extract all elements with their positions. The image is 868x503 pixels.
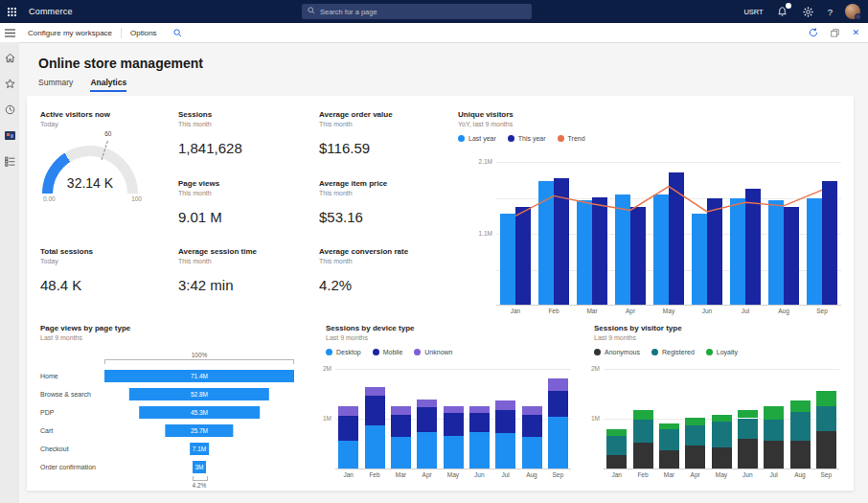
- recent-clock-icon[interactable]: [4, 103, 15, 115]
- command-bar: Configure my workspace Options ✕: [0, 23, 868, 43]
- page-search-icon[interactable]: [173, 29, 182, 37]
- chart-subtitle: YoY, last 9 months: [458, 121, 851, 127]
- chart-x-axis-labels: JanFebMarAprMayJunJulAugSep: [335, 471, 571, 478]
- legend-dot-icon: [458, 135, 465, 142]
- kpi-active-visitors: Active visitors now Today 60 32.14 K 0.0…: [40, 110, 174, 203]
- user-avatar[interactable]: [845, 4, 860, 19]
- top-bar-actions: USRT ?: [743, 0, 860, 23]
- kpi-page-views: Page views This month 9.01 M: [178, 179, 312, 225]
- funnel-bar: 45.3M: [139, 406, 260, 419]
- legend-item: Loyalty: [706, 349, 738, 355]
- global-search-input[interactable]: Search for a page: [302, 4, 532, 19]
- sessions-by-device-chart: Sessions by device type Last 9 months De…: [326, 324, 581, 487]
- tab-analytics[interactable]: Analytics: [90, 78, 126, 92]
- environment-label[interactable]: USRT: [743, 8, 763, 16]
- kpi-sessions: Sessions This month 1,841,628: [178, 110, 312, 156]
- chart-legend: Last yearThis yearTrend: [458, 135, 585, 142]
- kpi-value: $53.16: [319, 209, 453, 225]
- funnel-row: Checkout7.1M: [40, 443, 318, 455]
- kpi-average-item-price: Average item price This month $53.16: [319, 179, 453, 225]
- legend-dot-icon: [558, 135, 564, 142]
- legend-dot-icon: [651, 349, 658, 355]
- hamburger-menu-icon[interactable]: [0, 23, 19, 42]
- legend-item: Mobile: [373, 349, 403, 355]
- chart-title: Sessions by device type: [326, 324, 581, 332]
- gauge-value: 32.14 K: [40, 175, 140, 191]
- favorites-star-icon[interactable]: [4, 78, 15, 89]
- funnel-row: Order confirmation3M: [40, 461, 318, 473]
- kpi-average-session-time: Average session time This month 3:42 min: [178, 247, 312, 293]
- legend-dot-icon: [326, 349, 332, 355]
- tab-summary[interactable]: Summary: [38, 78, 73, 92]
- tasks-list-icon[interactable]: [4, 155, 15, 167]
- kpi-value: 9.01 M: [178, 209, 312, 225]
- funnel-row: Home71.4M: [40, 370, 318, 382]
- legend-item: Anonymous: [594, 349, 640, 355]
- gauge-min-label: 0.00: [43, 195, 56, 202]
- funnel-row: Cart25.7M: [40, 424, 318, 437]
- chart-legend: DesktopMobileUnknown: [326, 349, 453, 355]
- funnel-bar: 25.7M: [165, 424, 233, 437]
- kpi-value: 4.2%: [319, 277, 453, 293]
- window-controls: ✕: [809, 28, 868, 37]
- commerce-dashboard: Commerce Search for a page USRT ? Config…: [0, 0, 868, 503]
- funnel-body: 100%Home71.4MBrowse & search52.8MPDP45.3…: [40, 352, 318, 489]
- side-nav: [0, 42, 19, 503]
- kpi-total-sessions: Total sessions Today 48.4 K: [40, 247, 174, 293]
- funnel-bar: 7.1M: [190, 443, 209, 455]
- legend-dot-icon: [594, 349, 601, 355]
- gauge-max-label: 100: [131, 195, 142, 202]
- funnel-row: PDP45.3M: [40, 406, 318, 419]
- kpi-value: 48.4 K: [40, 277, 174, 293]
- chart-legend: AnonymousRegisteredLoyalty: [594, 349, 738, 355]
- tab-bar: Summary Analytics: [38, 78, 126, 92]
- search-placeholder: Search for a page: [320, 8, 377, 16]
- search-icon: [308, 7, 315, 16]
- chart-title: Page views by page type: [40, 324, 318, 332]
- app-top-bar: Commerce Search for a page USRT ?: [0, 0, 868, 23]
- kpi-average-conversion-rate: Average conversion rate This month 4.2%: [319, 247, 453, 293]
- workspace-icon[interactable]: [4, 129, 15, 141]
- funnel-bar: 3M: [193, 461, 206, 473]
- chart-title: Unique visitors: [458, 110, 851, 119]
- notification-badge: [786, 3, 791, 9]
- funnel-bar: 71.4M: [104, 370, 294, 382]
- kpi-average-order-value: Average order value This month $116.59: [319, 110, 453, 156]
- restore-window-icon[interactable]: [831, 29, 839, 37]
- kpi-value: 1,841,628: [178, 140, 312, 156]
- kpi-value: $116.59: [319, 140, 453, 156]
- chart-subtitle: Last 9 months: [40, 334, 318, 341]
- chart-x-axis-labels: JanFebMarAprMayJunJulAugSep: [604, 471, 839, 478]
- legend-dot-icon: [508, 135, 514, 142]
- legend-item: This year: [508, 135, 546, 142]
- active-visitors-gauge: 60 32.14 K 0.00 100: [40, 138, 140, 203]
- chart-plot-area: 1M2M: [604, 361, 839, 469]
- page-views-funnel-chart: Page views by page type Last 9 months 10…: [40, 324, 318, 487]
- waffle-menu-icon[interactable]: [0, 0, 23, 23]
- sessions-by-visitor-chart: Sessions by visitor type Last 9 months A…: [594, 324, 853, 487]
- refresh-icon[interactable]: [809, 28, 818, 37]
- close-window-icon[interactable]: ✕: [852, 28, 859, 37]
- app-name: Commerce: [29, 7, 73, 16]
- cmd-options[interactable]: Options: [122, 29, 166, 37]
- legend-dot-icon: [706, 349, 713, 355]
- legend-dot-icon: [373, 349, 379, 355]
- funnel-row: Browse & search52.8M: [40, 388, 318, 400]
- legend-dot-icon: [414, 349, 421, 355]
- legend-item: Unknown: [414, 349, 452, 355]
- gauge-target-label: 60: [104, 130, 111, 137]
- notifications-bell-icon[interactable]: [776, 5, 789, 18]
- chart-subtitle: Last 9 months: [326, 334, 581, 341]
- page-title: Online store management: [38, 56, 203, 71]
- legend-item: Last year: [458, 135, 496, 142]
- cmd-configure-workspace[interactable]: Configure my workspace: [19, 29, 121, 37]
- funnel-bar: 52.8M: [129, 388, 269, 400]
- analytics-card: Active visitors now Today 60 32.14 K 0.0…: [27, 96, 854, 491]
- help-icon[interactable]: ?: [828, 7, 833, 17]
- settings-gear-icon[interactable]: [802, 5, 815, 18]
- chart-plot-area: 1.1M2.1M: [496, 151, 841, 306]
- home-icon[interactable]: [4, 52, 15, 63]
- legend-item: Desktop: [326, 349, 361, 355]
- chart-plot-area: 1M2M: [335, 361, 571, 469]
- chart-title: Sessions by visitor type: [594, 324, 853, 332]
